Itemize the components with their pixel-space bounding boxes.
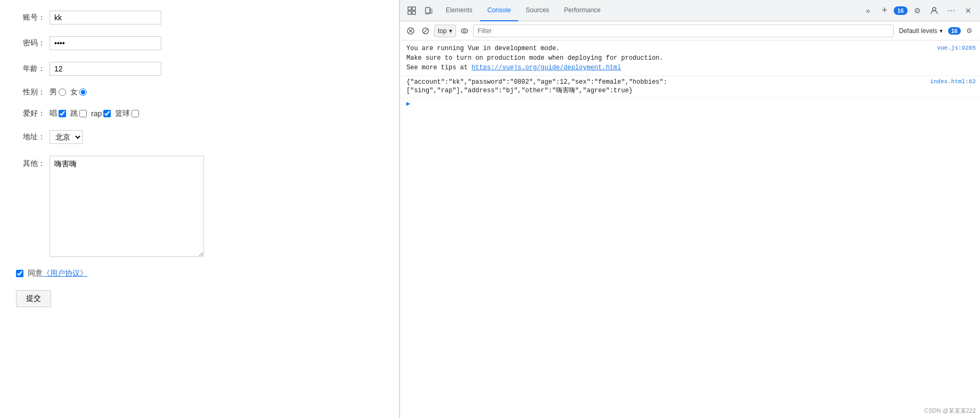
default-levels-selector[interactable]: Default levels ▾ (896, 25, 946, 37)
password-label: 密码： (16, 38, 45, 48)
hobby-dance-label[interactable]: 跳 (70, 109, 87, 118)
top-label: top (438, 27, 447, 35)
svg-point-7 (933, 7, 936, 11)
console-output: You are running Vue in development mode.… (400, 41, 980, 418)
dropdown-arrow-icon: ▾ (449, 27, 452, 35)
inspect-icon (407, 6, 416, 15)
password-row: 密码： (16, 36, 383, 50)
hobby-basketball-label[interactable]: 篮球 (115, 109, 139, 118)
submit-button[interactable]: 提交 (16, 290, 51, 307)
top-context-selector[interactable]: top ▾ (434, 25, 456, 37)
tab-console[interactable]: Console (480, 0, 518, 21)
svg-line-12 (423, 29, 428, 33)
close-icon: ✕ (965, 6, 971, 15)
svg-rect-3 (412, 11, 415, 14)
console-settings-button[interactable]: ⚙ (963, 25, 976, 37)
eye-button[interactable] (458, 25, 471, 37)
person-icon (930, 6, 938, 15)
address-label: 地址： (16, 132, 45, 142)
gender-row: 性别： 男 女 (16, 87, 383, 97)
address-row: 地址： 北京 上海 广州 深圳 (16, 130, 383, 144)
agree-label: 同意 (28, 269, 43, 277)
gender-male-radio[interactable] (59, 89, 66, 96)
eye-icon (461, 27, 468, 35)
more-tabs-button[interactable]: » (861, 3, 876, 18)
gender-female-radio[interactable] (79, 89, 87, 96)
age-row: 年龄： (16, 62, 383, 76)
agree-text: 同意《用户协议》 (28, 269, 87, 278)
age-input[interactable] (50, 62, 161, 76)
svg-rect-1 (412, 7, 415, 10)
account-row: 账号： (16, 11, 383, 25)
more-options-button[interactable]: ⋯ (944, 3, 959, 18)
device-icon (424, 6, 433, 15)
agree-link[interactable]: 《用户协议》 (43, 269, 87, 277)
hobby-basketball-text: 篮球 (115, 109, 130, 118)
gender-male-text: 男 (50, 87, 57, 97)
console-toolbar: top ▾ Default levels ▾ 16 ⚙ (400, 21, 980, 41)
profile-button[interactable] (927, 3, 942, 18)
settings-button[interactable]: ⚙ (910, 3, 925, 18)
hobby-sing-checkbox[interactable] (59, 110, 66, 117)
gender-female-text: 女 (70, 87, 78, 97)
age-label: 年龄： (16, 64, 45, 74)
tab-performance[interactable]: Performance (557, 0, 608, 21)
chevron-right-icon: » (866, 6, 870, 15)
console-json-row: {"account":"kk","password":"0802","age":… (400, 76, 980, 98)
gender-female-label[interactable]: 女 (70, 87, 87, 97)
other-row: 其他： 嗨害嗨 (16, 156, 383, 257)
other-textarea[interactable]: 嗨害嗨 (50, 156, 204, 257)
hobby-basketball-checkbox[interactable] (132, 110, 139, 117)
ellipsis-icon: ⋯ (948, 6, 955, 15)
hobbies-checkbox-group: 唱 跳 rap 篮球 (50, 109, 139, 118)
block-console-button[interactable] (419, 25, 432, 37)
vue-deployment-link[interactable]: https://vuejs.org/guide/deployment.html (471, 64, 621, 71)
block-icon (422, 27, 429, 35)
inspect-element-button[interactable] (404, 3, 419, 18)
device-toolbar-button[interactable] (421, 3, 436, 18)
gender-male-label[interactable]: 男 (50, 87, 66, 97)
svg-point-14 (463, 30, 466, 32)
gear-icon: ⚙ (914, 6, 921, 15)
svg-point-13 (461, 29, 468, 33)
add-tab-button[interactable]: + (878, 4, 892, 18)
devtools-header-right: » + 16 ⚙ ⋯ ✕ (861, 3, 976, 18)
hobby-rap-label[interactable]: rap (91, 109, 111, 118)
tab-elements[interactable]: Elements (438, 0, 480, 21)
vue-warning-text: You are running Vue in development mode.… (406, 44, 932, 73)
console-json-text: {"account":"kk","password":"0802","age":… (406, 78, 925, 95)
hobby-dance-checkbox[interactable] (79, 110, 87, 117)
tab-sources[interactable]: Sources (518, 0, 557, 21)
devtools-tabs: Elements Console Sources Performance (438, 0, 859, 21)
default-levels-label: Default levels (899, 27, 937, 35)
hobby-dance-text: 跳 (70, 109, 78, 118)
plus-icon: + (881, 5, 887, 16)
console-expand-row: ▶ (400, 98, 980, 110)
watermark: CSDN @某某某222 (924, 407, 976, 415)
devtools-header: Elements Console Sources Performance » +… (400, 0, 980, 21)
clear-console-button[interactable] (404, 25, 417, 37)
console-error-badge: 16 (948, 27, 961, 35)
hobby-sing-label[interactable]: 唱 (50, 109, 66, 118)
devtools-panel: Elements Console Sources Performance » +… (399, 0, 980, 418)
account-input[interactable] (50, 11, 161, 25)
account-label: 账号： (16, 13, 45, 22)
levels-dropdown-arrow-icon: ▾ (940, 27, 943, 35)
password-input[interactable] (50, 36, 161, 50)
error-count-badge: 16 (894, 6, 908, 15)
vue-source-link[interactable]: vue.js:9285 (937, 44, 976, 53)
address-select[interactable]: 北京 上海 广州 深圳 (50, 130, 83, 144)
hobby-rap-checkbox[interactable] (103, 110, 111, 117)
svg-rect-2 (408, 11, 411, 14)
console-gear-icon: ⚙ (966, 27, 973, 35)
filter-input[interactable] (473, 25, 894, 37)
json-source-link[interactable]: index.html:62 (930, 78, 976, 85)
gender-label: 性别： (16, 87, 45, 97)
close-devtools-button[interactable]: ✕ (961, 3, 976, 18)
svg-rect-0 (408, 7, 411, 10)
expand-object-arrow[interactable]: ▶ (406, 100, 410, 108)
hobbies-row: 爱好： 唱 跳 rap 篮球 (16, 109, 383, 118)
agree-checkbox[interactable] (16, 270, 23, 277)
hobby-rap-text: rap (91, 109, 102, 118)
clear-icon (407, 27, 414, 35)
